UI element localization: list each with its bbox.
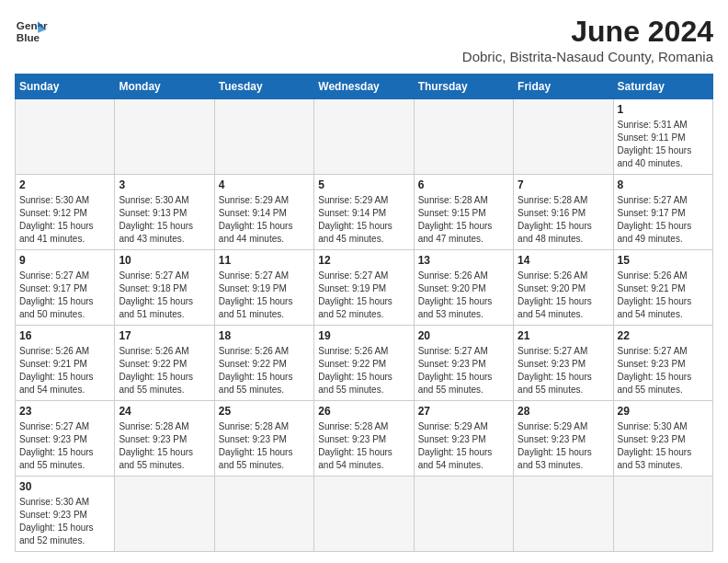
calendar-day-cell: 14Sunrise: 5:26 AMSunset: 9:20 PMDayligh… (514, 250, 613, 326)
day-number: 16 (19, 329, 110, 342)
day-info: Sunrise: 5:27 AMSunset: 9:23 PMDaylight:… (518, 345, 609, 396)
calendar-day-cell: 9Sunrise: 5:27 AMSunset: 9:17 PMDaylight… (16, 250, 115, 326)
calendar-day-cell: 17Sunrise: 5:26 AMSunset: 9:22 PMDayligh… (115, 326, 214, 401)
day-info: Sunrise: 5:28 AMSunset: 9:15 PMDaylight:… (418, 194, 509, 246)
day-number: 10 (119, 254, 210, 267)
page-header: General Blue June 2024 Dobric, Bistrita-… (15, 15, 713, 64)
weekday-header: Tuesday (214, 75, 313, 99)
calendar-week-row: 9Sunrise: 5:27 AMSunset: 9:17 PMDaylight… (16, 250, 713, 326)
day-info: Sunrise: 5:29 AMSunset: 9:14 PMDaylight:… (318, 194, 409, 246)
day-info: Sunrise: 5:26 AMSunset: 9:22 PMDaylight:… (219, 345, 310, 396)
day-number: 26 (318, 405, 409, 418)
day-info: Sunrise: 5:30 AMSunset: 9:23 PMDaylight:… (618, 420, 709, 472)
calendar-day-cell: 13Sunrise: 5:26 AMSunset: 9:20 PMDayligh… (414, 250, 513, 326)
svg-text:Blue: Blue (17, 31, 40, 43)
location-subtitle: Dobric, Bistrita-Nasaud County, Romania (462, 49, 713, 64)
day-info: Sunrise: 5:27 AMSunset: 9:23 PMDaylight:… (418, 345, 509, 396)
calendar-day-cell: 12Sunrise: 5:27 AMSunset: 9:19 PMDayligh… (314, 250, 414, 326)
day-number: 20 (418, 329, 509, 342)
calendar-day-cell: 7Sunrise: 5:28 AMSunset: 9:16 PMDaylight… (514, 175, 613, 250)
logo-icon: General Blue (15, 15, 48, 48)
day-number: 9 (19, 254, 110, 267)
day-info: Sunrise: 5:27 AMSunset: 9:23 PMDaylight:… (19, 420, 110, 472)
calendar-day-cell: 20Sunrise: 5:27 AMSunset: 9:23 PMDayligh… (414, 326, 513, 401)
calendar-day-cell (613, 477, 712, 552)
calendar-header-row: SundayMondayTuesdayWednesdayThursdayFrid… (16, 75, 713, 99)
calendar-day-cell: 30Sunrise: 5:30 AMSunset: 9:23 PMDayligh… (16, 477, 115, 552)
calendar-day-cell: 23Sunrise: 5:27 AMSunset: 9:23 PMDayligh… (16, 401, 115, 477)
calendar-day-cell (115, 477, 214, 552)
calendar-day-cell: 27Sunrise: 5:29 AMSunset: 9:23 PMDayligh… (414, 401, 513, 477)
calendar-week-row: 2Sunrise: 5:30 AMSunset: 9:12 PMDaylight… (16, 175, 713, 250)
calendar-day-cell: 11Sunrise: 5:27 AMSunset: 9:19 PMDayligh… (214, 250, 313, 326)
calendar-day-cell (214, 99, 313, 175)
calendar-day-cell: 8Sunrise: 5:27 AMSunset: 9:17 PMDaylight… (613, 175, 712, 250)
weekday-header: Thursday (414, 75, 513, 99)
day-number: 15 (618, 254, 709, 267)
calendar-day-cell: 24Sunrise: 5:28 AMSunset: 9:23 PMDayligh… (115, 401, 214, 477)
weekday-header: Saturday (613, 75, 712, 99)
day-info: Sunrise: 5:28 AMSunset: 9:23 PMDaylight:… (318, 420, 409, 472)
calendar-day-cell: 3Sunrise: 5:30 AMSunset: 9:13 PMDaylight… (115, 175, 214, 250)
calendar-day-cell (414, 477, 513, 552)
calendar-day-cell (16, 99, 115, 175)
day-number: 30 (19, 480, 110, 493)
day-info: Sunrise: 5:27 AMSunset: 9:19 PMDaylight:… (318, 270, 409, 321)
day-info: Sunrise: 5:28 AMSunset: 9:23 PMDaylight:… (119, 420, 210, 472)
day-number: 18 (219, 329, 310, 342)
calendar-day-cell: 29Sunrise: 5:30 AMSunset: 9:23 PMDayligh… (613, 401, 712, 477)
day-number: 2 (19, 178, 110, 191)
weekday-header: Sunday (16, 75, 115, 99)
calendar-day-cell (514, 99, 613, 175)
day-info: Sunrise: 5:26 AMSunset: 9:21 PMDaylight:… (618, 270, 709, 321)
day-number: 11 (219, 254, 310, 267)
calendar-week-row: 23Sunrise: 5:27 AMSunset: 9:23 PMDayligh… (16, 401, 713, 477)
day-info: Sunrise: 5:27 AMSunset: 9:23 PMDaylight:… (618, 345, 709, 396)
day-number: 13 (418, 254, 509, 267)
calendar-day-cell (115, 99, 214, 175)
day-info: Sunrise: 5:26 AMSunset: 9:21 PMDaylight:… (19, 345, 110, 396)
calendar-week-row: 16Sunrise: 5:26 AMSunset: 9:21 PMDayligh… (16, 326, 713, 401)
day-info: Sunrise: 5:26 AMSunset: 9:22 PMDaylight:… (119, 345, 210, 396)
day-number: 19 (318, 329, 409, 342)
day-number: 5 (318, 178, 409, 191)
calendar-week-row: 30Sunrise: 5:30 AMSunset: 9:23 PMDayligh… (16, 477, 713, 552)
day-info: Sunrise: 5:26 AMSunset: 9:20 PMDaylight:… (418, 270, 509, 321)
calendar-day-cell: 4Sunrise: 5:29 AMSunset: 9:14 PMDaylight… (214, 175, 313, 250)
day-info: Sunrise: 5:29 AMSunset: 9:23 PMDaylight:… (518, 420, 609, 472)
day-number: 6 (418, 178, 509, 191)
day-number: 29 (618, 405, 709, 418)
calendar-day-cell (314, 477, 414, 552)
calendar-day-cell: 16Sunrise: 5:26 AMSunset: 9:21 PMDayligh… (16, 326, 115, 401)
day-number: 21 (518, 329, 609, 342)
day-info: Sunrise: 5:27 AMSunset: 9:17 PMDaylight:… (618, 194, 709, 246)
day-number: 24 (119, 405, 210, 418)
day-number: 4 (219, 178, 310, 191)
calendar-day-cell: 28Sunrise: 5:29 AMSunset: 9:23 PMDayligh… (514, 401, 613, 477)
calendar-day-cell: 22Sunrise: 5:27 AMSunset: 9:23 PMDayligh… (613, 326, 712, 401)
day-number: 14 (518, 254, 609, 267)
calendar-day-cell (414, 99, 513, 175)
day-info: Sunrise: 5:28 AMSunset: 9:23 PMDaylight:… (219, 420, 310, 472)
day-number: 22 (618, 329, 709, 342)
calendar-day-cell: 19Sunrise: 5:26 AMSunset: 9:22 PMDayligh… (314, 326, 414, 401)
calendar-day-cell: 26Sunrise: 5:28 AMSunset: 9:23 PMDayligh… (314, 401, 414, 477)
day-number: 3 (119, 178, 210, 191)
weekday-header: Wednesday (314, 75, 414, 99)
calendar-day-cell: 10Sunrise: 5:27 AMSunset: 9:18 PMDayligh… (115, 250, 214, 326)
day-info: Sunrise: 5:30 AMSunset: 9:13 PMDaylight:… (119, 194, 210, 246)
day-number: 8 (618, 178, 709, 191)
calendar-week-row: 1Sunrise: 5:31 AMSunset: 9:11 PMDaylight… (16, 99, 713, 175)
calendar-day-cell (314, 99, 414, 175)
calendar-day-cell: 5Sunrise: 5:29 AMSunset: 9:14 PMDaylight… (314, 175, 414, 250)
day-info: Sunrise: 5:26 AMSunset: 9:22 PMDaylight:… (318, 345, 409, 396)
calendar-day-cell: 21Sunrise: 5:27 AMSunset: 9:23 PMDayligh… (514, 326, 613, 401)
day-info: Sunrise: 5:28 AMSunset: 9:16 PMDaylight:… (518, 194, 609, 246)
day-number: 1 (618, 103, 709, 116)
day-number: 7 (518, 178, 609, 191)
calendar-day-cell: 2Sunrise: 5:30 AMSunset: 9:12 PMDaylight… (16, 175, 115, 250)
calendar-day-cell: 25Sunrise: 5:28 AMSunset: 9:23 PMDayligh… (214, 401, 313, 477)
day-number: 23 (19, 405, 110, 418)
day-info: Sunrise: 5:30 AMSunset: 9:23 PMDaylight:… (19, 496, 110, 547)
day-number: 25 (219, 405, 310, 418)
